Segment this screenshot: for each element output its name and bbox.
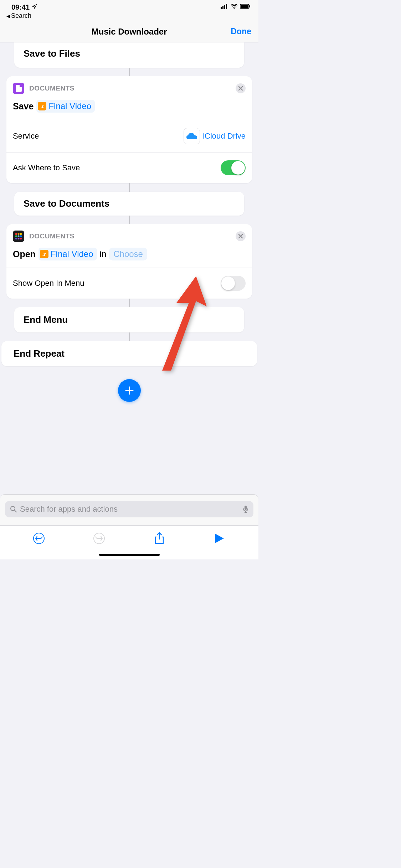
variable-token-final-video[interactable]: 𝑥 Final Video (36, 100, 95, 113)
page-title: Music Downloader (91, 27, 167, 37)
svg-rect-11 (15, 236, 17, 237)
back-chevron-icon: ◀ (6, 13, 10, 19)
show-menu-toggle[interactable] (221, 276, 246, 291)
connector-line (129, 299, 130, 307)
svg-rect-15 (18, 238, 20, 239)
variable-icon: 𝑥 (38, 102, 46, 110)
delete-action-button[interactable] (236, 231, 246, 241)
nav-bar: Music Downloader Done (0, 21, 258, 42)
service-value[interactable]: iCloud Drive (184, 128, 246, 144)
svg-rect-10 (20, 233, 22, 235)
done-button[interactable]: Done (231, 27, 252, 36)
block-end-menu[interactable]: End Menu (14, 307, 244, 332)
home-indicator (99, 554, 160, 556)
back-to-search[interactable]: ◀ Search (0, 10, 258, 21)
plus-icon (125, 386, 134, 395)
share-button[interactable] (152, 531, 166, 546)
svg-rect-7 (249, 5, 250, 7)
action-card-open-documents[interactable]: DOCUMENTS Open 𝑥 Final Video in Choose S… (6, 224, 252, 299)
action-verb: Save (13, 101, 34, 112)
svg-point-17 (11, 506, 15, 511)
documents-app-icon (13, 83, 24, 94)
variable-name: Final Video (51, 249, 93, 259)
status-bar: 09:41 (0, 0, 258, 10)
block-end-repeat[interactable]: End Repeat (1, 341, 257, 366)
svg-rect-3 (226, 4, 227, 9)
connector-line (129, 68, 130, 76)
search-input[interactable]: Search for apps and actions (5, 501, 253, 517)
svg-rect-2 (224, 5, 225, 9)
wifi-icon (231, 4, 238, 10)
action-verb: Open (13, 249, 36, 259)
svg-rect-9 (18, 233, 20, 235)
variable-icon: 𝑥 (40, 250, 48, 258)
svg-rect-13 (20, 236, 22, 237)
back-label: Search (11, 12, 31, 20)
variable-token-final-video[interactable]: 𝑥 Final Video (38, 248, 97, 260)
ask-where-toggle[interactable] (221, 160, 246, 175)
play-button[interactable] (212, 531, 227, 546)
variable-name: Final Video (48, 101, 91, 111)
action-header-label: DOCUMENTS (29, 232, 231, 240)
svg-rect-1 (222, 6, 223, 9)
connector-line (129, 216, 130, 224)
ask-where-label: Ask Where to Save (13, 163, 80, 172)
connector-line (129, 332, 130, 341)
redo-button[interactable] (92, 531, 106, 546)
dictation-icon[interactable] (243, 505, 248, 513)
search-panel: Search for apps and actions (0, 494, 258, 525)
service-label: Service (13, 131, 39, 141)
svg-rect-16 (20, 238, 22, 239)
undo-button[interactable] (32, 531, 46, 546)
search-placeholder: Search for apps and actions (20, 505, 240, 514)
search-icon (10, 506, 17, 513)
status-time: 09:41 (11, 3, 30, 11)
svg-rect-12 (18, 236, 20, 237)
svg-point-4 (234, 8, 235, 9)
svg-rect-18 (245, 506, 247, 510)
action-card-save-documents[interactable]: DOCUMENTS Save 𝑥 Final Video Service iCl… (6, 76, 252, 183)
svg-rect-8 (15, 233, 17, 235)
svg-rect-14 (15, 238, 17, 239)
block-save-to-files[interactable]: Save to Files (14, 42, 244, 68)
in-label: in (100, 249, 107, 259)
svg-rect-6 (241, 5, 248, 8)
show-menu-label: Show Open In Menu (13, 279, 84, 288)
location-icon (32, 4, 37, 11)
add-action-button[interactable] (118, 379, 141, 402)
icloud-icon (184, 128, 200, 144)
action-header-label: DOCUMENTS (29, 84, 231, 92)
cellular-icon (221, 4, 228, 10)
open-in-app-icon (13, 231, 24, 242)
block-save-to-documents[interactable]: Save to Documents (14, 192, 244, 216)
battery-icon (240, 4, 251, 10)
connector-line (129, 183, 130, 192)
svg-rect-0 (221, 7, 222, 9)
delete-action-button[interactable] (236, 83, 246, 93)
choose-token[interactable]: Choose (109, 248, 147, 260)
